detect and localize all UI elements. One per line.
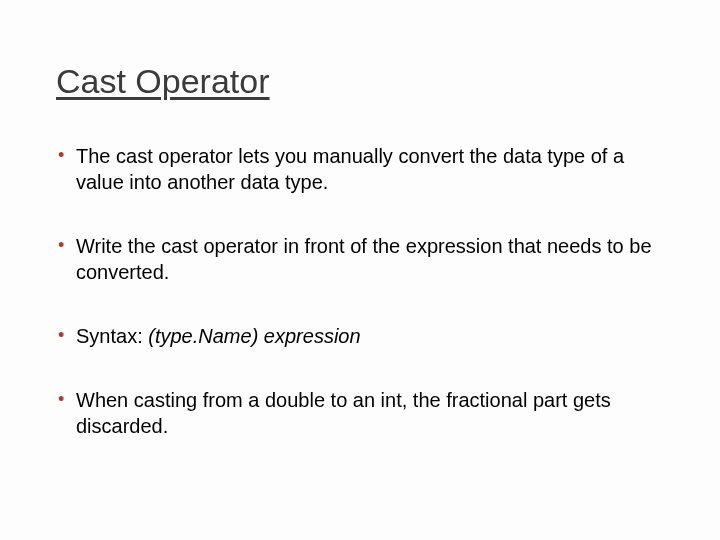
bullet-item: Write the cast operator in front of the … [56, 233, 664, 285]
bullet-text: The cast operator lets you manually conv… [76, 145, 624, 193]
slide: Cast Operator The cast operator lets you… [0, 0, 720, 540]
bullet-text: Write the cast operator in front of the … [76, 235, 652, 283]
bullet-text-italic: (type.Name) expression [148, 325, 360, 347]
bullet-text: When casting from a double to an int, th… [76, 389, 611, 437]
bullet-item: When casting from a double to an int, th… [56, 387, 664, 439]
bullet-item: The cast operator lets you manually conv… [56, 143, 664, 195]
bullet-text-prefix: Syntax: [76, 325, 148, 347]
bullet-item: Syntax: (type.Name) expression [56, 323, 664, 349]
slide-title: Cast Operator [56, 62, 664, 101]
bullet-list: The cast operator lets you manually conv… [56, 143, 664, 439]
